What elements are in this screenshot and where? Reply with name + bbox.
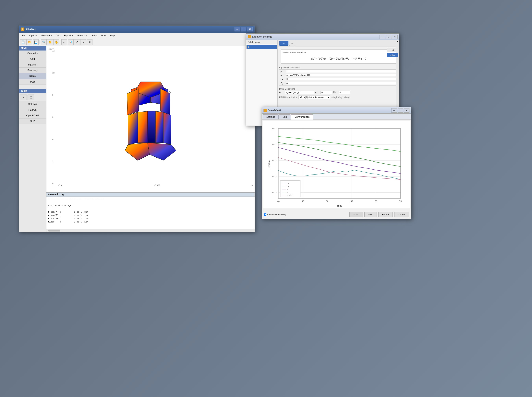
of-maximize-btn[interactable]: □ — [398, 108, 403, 113]
of-minimize-btn[interactable]: ─ — [391, 108, 397, 113]
toolbar-chart3[interactable]: ↘ — [80, 39, 86, 45]
active-button[interactable]: active — [387, 53, 398, 57]
coeff-value-fy[interactable] — [285, 81, 398, 86]
menu-file[interactable]: File — [20, 34, 27, 37]
ns-equations-box: Navier-Stokes Equations ρ(u' + (u·∇)u) =… — [281, 50, 396, 64]
svg-text:10⁻⁶: 10⁻⁶ — [272, 192, 276, 194]
toolbar-undo[interactable]: ↩ — [61, 39, 67, 45]
minimize-btn[interactable]: ─ — [234, 27, 240, 31]
eq-minimize-btn[interactable]: ─ — [380, 35, 385, 39]
of-export-btn[interactable]: Export — [378, 212, 393, 217]
titlebar-controls: ─ □ ✕ — [234, 27, 253, 31]
ic-input-u0[interactable] — [285, 91, 314, 94]
sidebar-post[interactable]: Post — [19, 79, 46, 85]
eq-close-btn[interactable]: ✕ — [392, 35, 398, 39]
eq-tab-ns[interactable]: ns — [279, 41, 288, 46]
svg-text:10⁻²: 10⁻² — [272, 127, 276, 130]
coeff-symbol-rho: ρ — [279, 69, 285, 73]
coeff-value-rho[interactable] — [285, 69, 398, 73]
coeff-value-fx[interactable] — [285, 77, 398, 81]
coeff-row-fy: FY — [279, 81, 398, 86]
svg-text:10⁻⁵: 10⁻⁵ — [272, 175, 276, 178]
menu-post[interactable]: Post — [99, 34, 108, 37]
eq-fem-select[interactable]: (P1/Q1) first order confor... — [298, 95, 330, 99]
of-cancel-btn[interactable]: Cancel — [394, 212, 409, 217]
scroll-thumb[interactable] — [48, 230, 60, 231]
svg-marker-10 — [125, 143, 150, 160]
tool-icon-circle[interactable]: ⊙ — [28, 94, 34, 100]
of-tab-settings[interactable]: Settings — [263, 114, 279, 119]
menu-solve[interactable]: Solve — [89, 34, 99, 37]
close-btn[interactable]: ✕ — [247, 27, 253, 31]
sidebar-grid[interactable]: Grid — [19, 56, 46, 62]
sidebar-su2[interactable]: SU2 — [19, 118, 46, 124]
menu-grid[interactable]: Grid — [54, 34, 62, 37]
eq-maximize-btn[interactable]: □ — [386, 35, 391, 39]
close-auto-text: Close automatically — [267, 213, 286, 216]
edit-button[interactable]: edit — [387, 48, 398, 52]
svg-marker-4 — [160, 89, 170, 115]
svg-marker-11 — [148, 143, 176, 160]
sidebar-openfoam[interactable]: OpenFOAM — [19, 113, 46, 118]
eq-titlebar: Equation Settings ─ □ ✕ — [246, 34, 399, 40]
ic-input-p0[interactable] — [339, 91, 350, 94]
svg-text:Time: Time — [337, 205, 342, 207]
main-window-title: FEATool — [26, 28, 36, 31]
close-auto-checkbox[interactable] — [264, 213, 266, 216]
of-stop-btn[interactable]: Stop — [364, 212, 377, 217]
toolbar-chart2[interactable]: ↗ — [74, 39, 80, 45]
sidebar-boundary[interactable]: Boundary — [19, 68, 46, 73]
svg-marker-8 — [155, 111, 163, 143]
toolbar-chart4[interactable]: ⊞ — [87, 39, 92, 45]
sidebar-equation[interactable]: Equation — [19, 62, 46, 68]
maximize-btn[interactable]: □ — [241, 27, 246, 31]
main-window: F FEATool ─ □ ✕ File Options Geometry Gr… — [19, 25, 255, 232]
of-tab-log[interactable]: Log — [279, 114, 290, 119]
eq-coeff-table: ρ μ FX FY — [279, 69, 398, 86]
menu-geometry[interactable]: Geometry — [39, 34, 54, 37]
svg-marker-6 — [138, 111, 148, 143]
coeff-value-mu[interactable] — [285, 73, 398, 77]
eq-tab-plus[interactable]: + — [289, 41, 295, 46]
convergence-chart-svg: 10⁻² 10⁻³ 10⁻⁴ 10⁻⁵ 10⁻⁶ 40 45 50 55 60 … — [263, 120, 410, 209]
sidebar-geometry[interactable]: Geometry — [19, 50, 46, 56]
cmd-log-content: ----------------------------------------… — [46, 197, 255, 224]
menu-boundary[interactable]: Boundary — [75, 34, 89, 37]
main-content: Mode Geometry Grid Equation Boundary Sol… — [19, 46, 255, 232]
toolbar-new[interactable]: 📄 — [20, 39, 26, 45]
coeff-row-rho: ρ — [279, 69, 398, 73]
sidebar-solve[interactable]: Solve — [19, 73, 46, 79]
toolbar-zoom[interactable]: 🔍 — [41, 39, 47, 45]
mode-label: Mode — [19, 46, 46, 50]
toolbar-rotate[interactable]: 🖐 — [53, 39, 59, 45]
tool-icon-equals[interactable]: = — [20, 94, 27, 100]
close-auto-label[interactable]: Close automatically — [264, 213, 286, 216]
eq-title: Equation Settings — [252, 35, 272, 38]
svg-marker-5 — [128, 112, 138, 145]
svg-text:Uy: Uy — [287, 185, 289, 187]
formula-text: ρ(u' + (u·∇)u) = -∇p + ∇·(μ(∇u+∇uT)) + F… — [311, 57, 366, 60]
menu-equation[interactable]: Equation — [62, 34, 75, 37]
scroll-up-arrow[interactable]: ▲ — [397, 40, 399, 42]
cmd-log-scrollbar[interactable] — [46, 229, 255, 232]
toolbar-chart1[interactable]: 📊 — [68, 39, 74, 45]
sidebar-fenics[interactable]: FEniCS — [19, 107, 46, 113]
coeff-symbol-mu: μ — [279, 73, 285, 77]
eq-fem-title: FEM Discretization — [279, 96, 297, 99]
eq-ic-title: Initial Conditions — [279, 88, 398, 90]
toolbar-pan[interactable]: ✋ — [47, 39, 53, 45]
menu-help[interactable]: Help — [108, 34, 117, 37]
toolbar-sep1 — [39, 40, 40, 44]
svg-text:70: 70 — [399, 200, 402, 202]
of-close-btn[interactable]: ✕ — [404, 108, 409, 113]
coeff-symbol-fy: FY — [279, 81, 285, 86]
subdomain-item-1[interactable]: 1 — [247, 45, 277, 49]
toolbar-open[interactable]: 📂 — [26, 39, 32, 45]
sidebar-settings[interactable]: Settings — [19, 101, 46, 107]
3d-shape-svg — [105, 72, 196, 166]
of-tab-convergence[interactable]: Convergence — [291, 114, 313, 119]
ic-input-v0[interactable] — [321, 91, 332, 94]
of-solve-btn[interactable]: Solve — [349, 212, 363, 217]
menu-options[interactable]: Options — [27, 34, 39, 37]
toolbar-save[interactable]: 💾 — [33, 39, 38, 45]
